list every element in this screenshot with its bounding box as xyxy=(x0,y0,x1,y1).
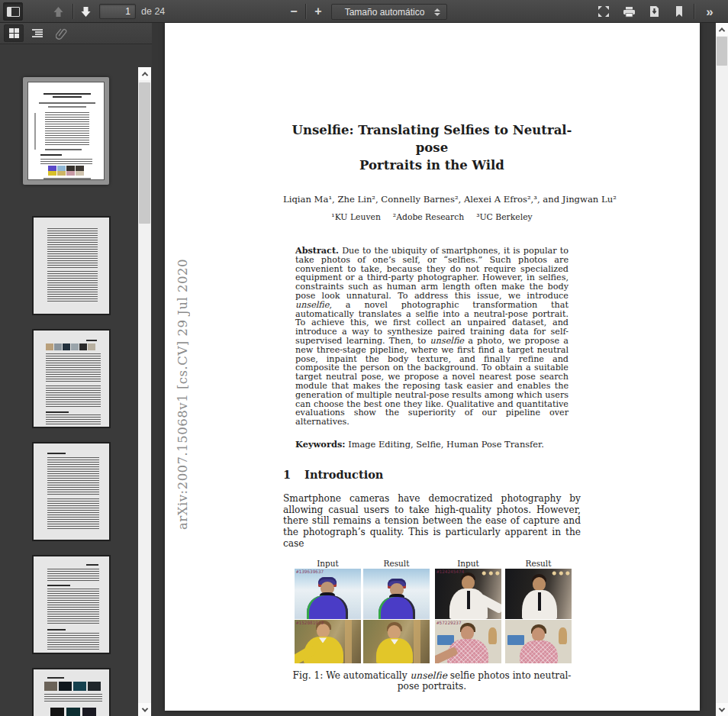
photo-man-selfie-input: #124245474 xyxy=(435,569,501,619)
stock-id-watermark: #152081973 xyxy=(296,621,324,625)
sidebar-scrollbar[interactable] xyxy=(138,67,151,716)
photo-yellow-jacket-input: #152081973 xyxy=(295,620,361,663)
print-button[interactable] xyxy=(619,2,639,21)
document-scroll-down-button[interactable] xyxy=(716,703,728,716)
outline-view-button[interactable] xyxy=(27,24,47,42)
attachments-view-button[interactable] xyxy=(51,24,71,42)
thumbnail-page-3[interactable] xyxy=(32,329,111,428)
photo-pink-shirt-result xyxy=(505,620,572,663)
zoom-in-button[interactable]: + xyxy=(308,2,328,21)
figure-column-headers: Input Result Input Result xyxy=(295,559,572,569)
main-toolbar: de 24 − + Tamaño automático xyxy=(0,0,728,23)
toggle-sidebar-button[interactable] xyxy=(3,2,23,21)
thumbnail-page-5[interactable] xyxy=(32,555,111,654)
bookmark-button[interactable] xyxy=(669,2,689,21)
double-chevron-icon: » xyxy=(706,5,713,18)
abstract: Abstract. Due to the ubiquity of smartph… xyxy=(295,247,569,427)
paperclip-icon xyxy=(56,27,67,40)
sidebar xyxy=(0,23,152,716)
keywords: Keywords: Image Editing, Selfie, Human P… xyxy=(295,439,569,450)
thumbnail-list xyxy=(0,44,138,716)
sidebar-scroll-down-button[interactable] xyxy=(138,703,151,716)
thumbnails-grid-icon xyxy=(9,28,19,38)
toolbar-separator xyxy=(694,4,694,19)
photo-snow-selfie-input: #139639637 xyxy=(295,569,361,619)
minus-icon: − xyxy=(290,5,297,18)
document-scroll-up-button[interactable] xyxy=(716,23,728,36)
plus-icon: + xyxy=(314,5,321,18)
intro-paragraph: Smartphone cameras have democratized pho… xyxy=(283,493,581,550)
paper-title: Unselfie: Translating Selfies to Neutral… xyxy=(283,121,581,174)
thumbnail-page-image xyxy=(27,82,105,180)
figure-1-caption: Fig. 1: We automatically unselfie selfie… xyxy=(283,670,581,692)
zoom-level-select[interactable]: Tamaño automático xyxy=(331,4,447,20)
thumbnail-page-image xyxy=(32,216,111,315)
download-icon xyxy=(649,5,660,18)
arrow-down-icon xyxy=(80,6,92,18)
thumbnail-page-image xyxy=(32,442,111,541)
photo-pink-shirt-input: #57229237 xyxy=(435,620,501,663)
outline-list-icon xyxy=(32,29,43,38)
photo-snow-selfie-result xyxy=(363,569,430,619)
thumbnail-page-6[interactable] xyxy=(32,668,111,716)
sidebar-view-toolbar xyxy=(0,23,152,44)
paper-affiliations: ¹KU Leuven²Adobe Research³UC Berkeley xyxy=(283,212,581,222)
document-scrollbar[interactable] xyxy=(716,23,728,716)
chevron-down-icon xyxy=(141,705,147,711)
more-tools-button[interactable]: » xyxy=(700,2,720,21)
pdf-page-1: arXiv:2007.15068v1 [cs.CV] 29 Jul 2020 U… xyxy=(165,23,700,711)
page-count-label: de 24 xyxy=(141,6,165,17)
sidebar-scroll-up-button[interactable] xyxy=(138,67,151,80)
presentation-mode-button[interactable] xyxy=(594,2,614,21)
zoom-level-value: Tamaño automático xyxy=(338,7,431,18)
toolbar-separator xyxy=(305,4,306,19)
printer-icon xyxy=(623,6,636,18)
document-scrollbar-thumb[interactable] xyxy=(717,37,727,66)
thumbnails-view-button[interactable] xyxy=(4,24,24,42)
chevron-up-icon xyxy=(141,72,147,78)
photo-yellow-jacket-result xyxy=(363,620,430,663)
arrow-up-icon xyxy=(53,6,64,18)
next-page-button[interactable] xyxy=(76,2,95,21)
stock-id-watermark: #57229237 xyxy=(436,621,462,625)
thumbnail-selection-ring xyxy=(23,77,109,185)
bookmark-icon xyxy=(674,5,685,18)
zoom-out-button[interactable]: − xyxy=(284,2,304,21)
sidebar-toggle-icon xyxy=(7,7,20,17)
fullscreen-icon xyxy=(598,5,610,18)
section-heading-introduction: 1Introduction xyxy=(283,468,581,481)
page-number-input[interactable] xyxy=(99,4,136,19)
thumbnail-page-image xyxy=(32,668,111,716)
photo-man-selfie-result xyxy=(505,569,572,619)
thumbnail-page-4[interactable] xyxy=(32,442,111,541)
figure-1: Input Result Input Result #139639637 xyxy=(295,559,572,663)
arxiv-watermark: arXiv:2007.15068v1 [cs.CV] 29 Jul 2020 xyxy=(176,205,194,530)
select-arrows-icon xyxy=(434,8,440,16)
thumbnail-page-2[interactable] xyxy=(32,216,111,315)
thumbnail-page-image xyxy=(32,329,111,428)
page-content: Unselfie: Translating Selfies to Neutral… xyxy=(283,23,581,692)
chevron-up-icon xyxy=(719,27,725,34)
pdf-viewer-area: arXiv:2007.15068v1 [cs.CV] 29 Jul 2020 U… xyxy=(152,23,716,716)
stock-id-watermark: #139639637 xyxy=(296,569,324,574)
previous-page-button[interactable] xyxy=(48,2,68,21)
chevron-down-icon xyxy=(719,705,725,711)
sidebar-scrollbar-thumb[interactable] xyxy=(139,82,150,224)
paper-authors: Liqian Ma¹, Zhe Lin², Connelly Barnes², … xyxy=(283,194,581,205)
thumbnail-page-image xyxy=(32,555,111,654)
download-button[interactable] xyxy=(644,2,664,21)
stock-id-watermark: #124245474 xyxy=(436,569,464,574)
thumbnail-page-1[interactable] xyxy=(23,77,109,185)
toolbar-separator xyxy=(72,4,73,19)
